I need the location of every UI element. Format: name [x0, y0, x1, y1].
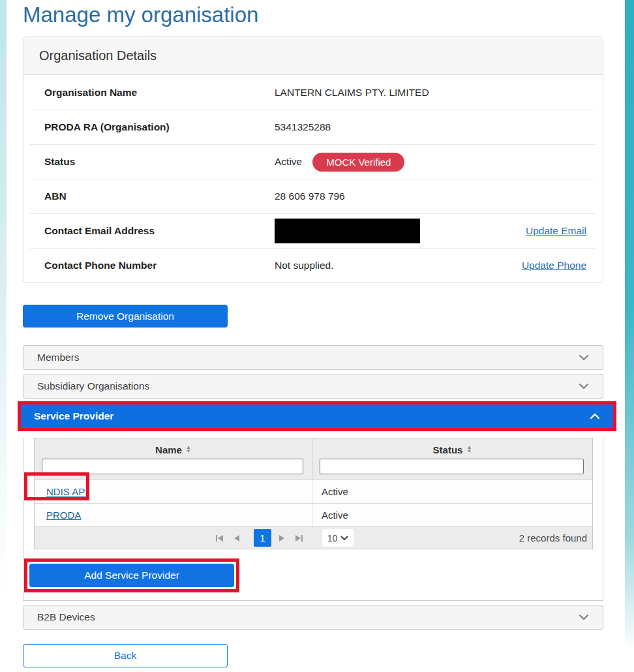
page-size-select[interactable]: 10: [322, 529, 354, 547]
detail-value: Active MOCK Verified: [275, 153, 596, 172]
background-strip-left: [0, 0, 7, 672]
proda-link[interactable]: PRODA: [46, 510, 81, 521]
phone-value: Not supplied.: [275, 260, 333, 271]
detail-row-organisation-name: Organisation Name LANTERN CLAIMS PTY. LI…: [30, 75, 596, 110]
organisation-details-card: Organisation Details Organisation Name L…: [23, 37, 603, 283]
detail-value: Not supplied. Update Phone: [275, 260, 596, 271]
detail-row-status: Status Active MOCK Verified: [30, 144, 596, 179]
detail-row-abn: ABN 28 606 978 796: [30, 179, 596, 213]
chevron-down-icon: [340, 536, 348, 541]
table-footer: 1 10 2 records found: [35, 527, 592, 549]
next-page-button[interactable]: [279, 534, 285, 542]
accordion-members[interactable]: Members: [23, 345, 603, 370]
annotation-highlight-service-provider: Service Provider: [18, 401, 616, 431]
status-filter-input[interactable]: [320, 459, 584, 474]
remove-organisation-button[interactable]: Remove Organisation: [23, 305, 228, 328]
table-cell-name: NDIS API: [35, 480, 312, 503]
column-status-label: Status: [433, 444, 463, 455]
last-page-button[interactable]: [295, 534, 303, 542]
column-header-name[interactable]: Name ▲▼: [35, 438, 312, 480]
detail-value: 28 606 978 796: [275, 191, 596, 202]
detail-label: Contact Email Address: [44, 225, 275, 237]
sort-icon[interactable]: ▲▼: [186, 446, 191, 453]
update-phone-link[interactable]: Update Phone: [522, 260, 586, 271]
accordion-service-provider-label: Service Provider: [34, 410, 113, 422]
add-service-provider-button[interactable]: Add Service Provider: [29, 564, 234, 587]
table-header: Name ▲▼ Status ▲▼: [35, 438, 592, 480]
annotation-highlight-add-service-provider: Add Service Provider: [24, 558, 239, 592]
organisation-details-header: Organisation Details: [23, 37, 603, 75]
detail-row-contact-email: Contact Email Address Update Email: [30, 213, 596, 248]
sort-icon[interactable]: ▲▼: [466, 446, 472, 453]
detail-value: LANTERN CLAIMS PTY. LIMITED: [275, 87, 596, 99]
accordion-subsidiary-organisations[interactable]: Subsidiary Organisations: [23, 374, 603, 399]
table-cell-status: Active: [312, 504, 592, 527]
name-filter-input[interactable]: [42, 459, 303, 474]
update-email-link[interactable]: Update Email: [526, 225, 586, 237]
accordion-service-provider[interactable]: Service Provider: [21, 405, 613, 428]
status-value: Active: [275, 156, 302, 168]
service-provider-table: Name ▲▼ Status ▲▼: [34, 438, 593, 549]
detail-value: Update Email: [275, 219, 596, 243]
prev-page-button[interactable]: [234, 534, 240, 542]
page-1-button[interactable]: 1: [254, 529, 271, 547]
page-title: Manage my organisation: [23, 1, 603, 27]
table-cell-name: PRODA: [35, 504, 312, 527]
records-found-text: 2 records found: [519, 532, 587, 543]
detail-label: Contact Phone Number: [44, 260, 275, 271]
service-provider-table-wrap: Name ▲▼ Status ▲▼: [34, 438, 593, 549]
accordion-list: Members Subsidiary Organisations Service…: [23, 345, 603, 630]
background-strip-right: [625, 0, 634, 672]
page-size-value: 10: [327, 533, 338, 543]
table-cell-status: Active: [312, 480, 592, 503]
detail-row-proda-ra: PRODA RA (Organisation) 5341325288: [30, 110, 596, 144]
table-row-ndis-api: NDIS API Active: [35, 480, 592, 503]
main-content: Manage my organisation Organisation Deta…: [7, 0, 625, 672]
chevron-up-icon: [590, 410, 600, 422]
detail-label: Status: [44, 156, 275, 168]
redacted-email-value: [275, 219, 420, 243]
chevron-down-icon: [579, 352, 589, 363]
first-page-button[interactable]: [215, 534, 224, 542]
ndis-api-link[interactable]: NDIS API: [46, 486, 87, 497]
accordion-members-label: Members: [37, 352, 80, 363]
status-badge: MOCK Verified: [312, 153, 404, 172]
accordion-subsidiary-label: Subsidiary Organisations: [37, 380, 149, 392]
chevron-down-icon: [579, 611, 589, 623]
column-name-label: Name: [155, 444, 182, 455]
detail-label: PRODA RA (Organisation): [44, 121, 275, 133]
service-provider-panel: Name ▲▼ Status ▲▼: [23, 438, 603, 601]
detail-row-contact-phone: Contact Phone Number Not supplied. Updat…: [30, 248, 596, 283]
back-button[interactable]: Back: [23, 644, 228, 667]
detail-label: Organisation Name: [44, 87, 275, 99]
accordion-b2b-devices[interactable]: B2B Devices: [23, 605, 603, 630]
chevron-down-icon: [579, 380, 589, 392]
detail-label: ABN: [44, 191, 275, 202]
table-row-proda: PRODA Active: [35, 503, 592, 527]
accordion-b2b-label: B2B Devices: [37, 611, 95, 623]
column-header-status[interactable]: Status ▲▼: [312, 438, 592, 480]
detail-value: 5341325288: [275, 121, 596, 133]
